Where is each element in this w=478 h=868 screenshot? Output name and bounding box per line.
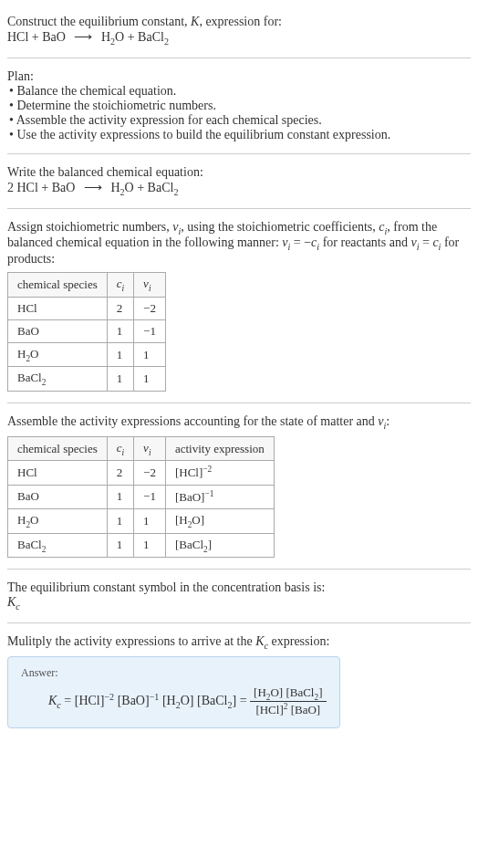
cell-c: 1 xyxy=(107,319,133,342)
fraction: [H2O] [BaCl2] [HCl]2 [BaO] xyxy=(250,685,326,718)
cell-nu: 1 xyxy=(134,367,166,392)
act-base: [HCl] xyxy=(175,466,203,480)
table-row: H2O 1 1 [H2O] xyxy=(8,509,275,534)
table-row: BaCl2 1 1 [BaCl2] xyxy=(8,533,275,558)
sub-i: i xyxy=(149,284,151,293)
table-header-row: chemical species ci νi xyxy=(8,273,166,298)
cell-c: 2 xyxy=(107,297,133,319)
eq2: = xyxy=(236,694,250,707)
cell-activity: [H2O] xyxy=(165,509,274,534)
Kc-K: K xyxy=(7,595,16,609)
assign-text-b: , using the stoichiometric coefficients, xyxy=(181,220,379,234)
bal-rhs-b: O + BaCl xyxy=(125,181,174,194)
col-nu: νi xyxy=(134,436,166,461)
symbol-text: The equilibrium constant symbol in the c… xyxy=(7,580,471,595)
plan-list: Balance the chemical equation. Determine… xyxy=(7,84,471,142)
act-exp: −2 xyxy=(203,465,212,474)
bal-rhs-a: H xyxy=(110,181,120,194)
cell-c: 1 xyxy=(107,509,133,534)
col-species: chemical species xyxy=(8,436,108,461)
cell-nu: 1 xyxy=(134,533,166,558)
plan-item: Use the activity expressions to build th… xyxy=(9,128,471,142)
sp-b: O xyxy=(30,347,38,361)
p1-base: [HCl] xyxy=(75,694,105,707)
cell-c: 1 xyxy=(107,342,133,367)
prompt-text-a: Construct the equilibrium constant, xyxy=(7,15,191,28)
balanced-equation: 2 HCl + BaO ⟶ H2O + BaCl2 xyxy=(7,181,178,194)
cell-species: BaO xyxy=(8,319,108,342)
cell-activity: [BaO]−1 xyxy=(165,485,274,508)
eq-minus: = − xyxy=(290,235,311,249)
sub-i: i xyxy=(122,284,125,293)
cell-species: BaCl2 xyxy=(8,533,108,558)
cell-species: H2O xyxy=(8,509,108,534)
divider xyxy=(7,569,471,570)
col-species: chemical species xyxy=(8,273,108,298)
numerator: [H2O] [BaCl2] xyxy=(250,685,326,703)
plan-title: Plan: xyxy=(7,69,471,84)
cell-species: BaO xyxy=(8,485,108,508)
denominator: [HCl]2 [BaO] xyxy=(250,702,326,717)
multiply-text-a: Mulitply the activity expressions to arr… xyxy=(7,634,255,648)
divider xyxy=(7,403,471,403)
assemble: Assemble the activity expressions accoun… xyxy=(7,407,471,565)
multiply-section: Mulitply the activity expressions to arr… xyxy=(7,627,471,736)
sp-a: H xyxy=(17,347,26,361)
divider xyxy=(7,622,471,623)
Kc-sub: c xyxy=(16,601,19,612)
reaction-arrow: ⟶ xyxy=(78,181,108,194)
table-row: BaO 1 −1 xyxy=(8,319,166,342)
cell-c: 1 xyxy=(107,367,133,392)
sub-2b: 2 xyxy=(164,37,169,47)
col-c: ci xyxy=(107,436,133,461)
answer-box: Answer: Kc = [HCl]−2 [BaO]−1 [H2O] [BaCl… xyxy=(7,656,340,728)
K-symbol: K xyxy=(191,15,199,28)
Kc-K: K xyxy=(48,694,57,707)
table-row: BaCl2 1 1 xyxy=(8,367,166,392)
act-base: [BaO] xyxy=(175,490,205,504)
answer-label: Answer: xyxy=(21,666,327,680)
p2-exp: −1 xyxy=(150,691,160,701)
cell-nu: −1 xyxy=(134,319,166,342)
assemble-text-b: : xyxy=(386,414,390,428)
sp-sub: 2 xyxy=(42,544,47,553)
divider xyxy=(7,58,471,58)
cell-nu: −2 xyxy=(134,297,166,319)
p4-a: [BaCl xyxy=(193,694,227,707)
divider xyxy=(7,208,471,209)
eq: = xyxy=(419,235,432,249)
num-a: [H xyxy=(254,685,266,699)
bal-lhs: 2 HCl + BaO xyxy=(7,181,75,194)
p3-a: [H xyxy=(159,694,175,707)
sp-sub: 2 xyxy=(42,378,47,387)
stoich-table: chemical species ci νi HCl 2 −2 BaO 1 −1… xyxy=(7,272,166,392)
col-nu: νi xyxy=(134,273,166,298)
p3-b: O] xyxy=(181,694,194,707)
cell-nu: −2 xyxy=(134,461,166,485)
table-row: HCl 2 −2 xyxy=(8,297,166,319)
cell-c: 1 xyxy=(107,533,133,558)
cell-nu: −1 xyxy=(134,485,166,508)
assign: Assign stoichiometric numbers, νi, using… xyxy=(7,213,471,399)
den-b: [BaO] xyxy=(287,704,320,717)
num-b: O] [BaCl xyxy=(270,685,314,699)
act-a: [H xyxy=(175,513,188,527)
plan: Plan: Balance the chemical equation. Det… xyxy=(7,62,471,150)
cell-activity: [HCl]−2 xyxy=(165,461,274,485)
plan-item: Balance the chemical equation. xyxy=(9,84,471,99)
act-b: O] xyxy=(192,513,204,527)
sub-i: i xyxy=(122,447,125,456)
cell-species: HCl xyxy=(8,461,108,485)
plan-item: Assemble the activity expression for eac… xyxy=(9,113,471,128)
cell-nu: 1 xyxy=(134,342,166,367)
table-row: H2O 1 1 xyxy=(8,342,166,367)
sp-a: BaCl xyxy=(17,538,42,551)
act-exp: −1 xyxy=(204,489,213,498)
act-b: ] xyxy=(208,538,212,551)
balanced-title: Write the balanced chemical equation: xyxy=(7,165,471,180)
eq-rhs-a: H xyxy=(101,30,110,44)
cell-nu: 1 xyxy=(134,509,166,534)
col-activity: activity expression xyxy=(165,436,274,461)
cell-species: HCl xyxy=(8,297,108,319)
eq: = xyxy=(61,694,75,707)
